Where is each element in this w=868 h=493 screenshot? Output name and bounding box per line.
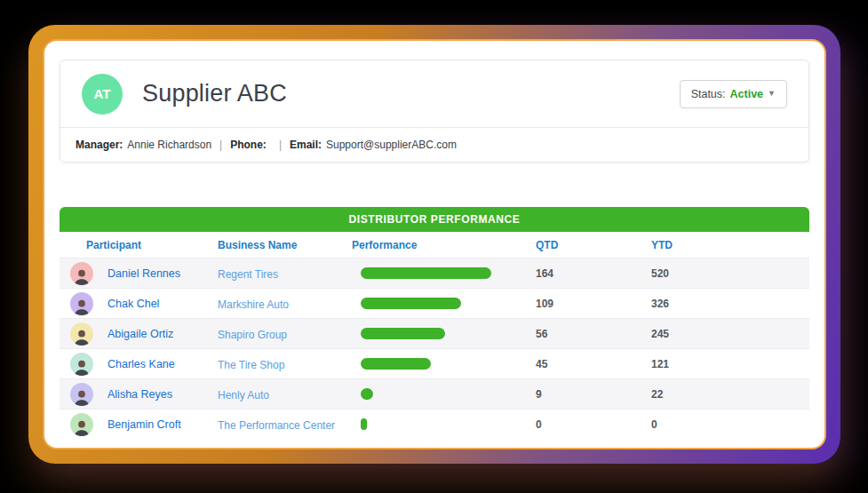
participant-link[interactable]: Abigaile Ortiz	[108, 328, 173, 340]
manager-value: Annie Richardson	[127, 139, 211, 151]
person-icon	[72, 417, 92, 436]
participant-link[interactable]: Alisha Reyes	[108, 388, 172, 401]
performance-bar	[361, 267, 491, 279]
table-row: Chak Chel Markshire Auto 109 326	[60, 288, 809, 318]
column-header-performance[interactable]: Performance	[352, 239, 536, 251]
table-title-bar: DISTRIBUTOR PERFORMANCE	[60, 207, 809, 232]
performance-bar	[361, 388, 373, 400]
supplier-avatar: AT	[82, 74, 123, 115]
status-value: Active	[730, 88, 764, 100]
participant-avatar	[70, 353, 93, 376]
table-header-row: Participant Business Name Performance QT…	[60, 232, 809, 258]
chevron-down-icon: ▼	[768, 90, 776, 98]
qtd-value: 109	[536, 298, 651, 310]
person-icon	[72, 296, 92, 315]
distributor-performance-table: DISTRIBUTOR PERFORMANCE Participant Busi…	[60, 207, 809, 439]
business-name-link[interactable]: Shapiro Group	[218, 329, 287, 341]
ytd-value: 326	[651, 298, 809, 310]
participant-link[interactable]: Daniel Rennes	[108, 267, 180, 280]
email-label: Email:	[290, 139, 322, 151]
participant-link[interactable]: Charles Kane	[108, 358, 175, 370]
supplier-card: AT Supplier ABC Status: Active ▼ Manager…	[60, 60, 809, 163]
participant-avatar	[70, 322, 93, 346]
person-icon	[72, 326, 92, 346]
table-row: Abigaile Ortiz Shapiro Group 56 245	[60, 318, 809, 348]
status-label: Status:	[691, 88, 726, 100]
supplier-card-header: AT Supplier ABC Status: Active ▼	[60, 60, 808, 127]
column-header-qtd[interactable]: QTD	[536, 239, 651, 251]
performance-bar	[361, 298, 461, 309]
performance-bar	[361, 418, 367, 430]
column-header-business-name[interactable]: Business Name	[218, 239, 352, 251]
ytd-value: 0	[651, 418, 809, 431]
person-icon	[72, 356, 92, 376]
business-name-link[interactable]: Henly Auto	[218, 389, 269, 402]
ytd-value: 22	[651, 388, 809, 401]
business-name-link[interactable]: The Tire Shop	[218, 359, 284, 371]
gradient-frame: AT Supplier ABC Status: Active ▼ Manager…	[28, 25, 840, 464]
ytd-value: 121	[651, 358, 809, 370]
performance-bar	[361, 328, 445, 339]
qtd-value: 164	[536, 267, 651, 280]
ytd-value: 245	[651, 328, 809, 340]
table-row: Charles Kane The Tire Shop 45 121	[60, 348, 809, 378]
table-row: Benjamin Croft The Performance Center 0 …	[60, 409, 809, 439]
participant-link[interactable]: Chak Chel	[108, 298, 159, 310]
participant-avatar	[70, 262, 93, 285]
column-header-ytd[interactable]: YTD	[651, 239, 809, 251]
table-row: Daniel Rennes Regent Tires 164 520	[60, 258, 809, 288]
status-dropdown[interactable]: Status: Active ▼	[680, 80, 787, 108]
meta-separator: |	[279, 139, 282, 151]
phone-label: Phone:	[230, 139, 267, 151]
business-name-link[interactable]: The Performance Center	[218, 419, 335, 432]
business-name-link[interactable]: Regent Tires	[218, 268, 278, 281]
meta-separator: |	[219, 139, 222, 151]
qtd-value: 45	[536, 358, 651, 370]
email-value: Support@supplierABC.com	[326, 139, 457, 151]
participant-link[interactable]: Benjamin Croft	[108, 418, 181, 431]
qtd-value: 56	[536, 328, 651, 340]
table-rows: Daniel Rennes Regent Tires 164 520 Chak …	[60, 258, 809, 439]
person-icon	[72, 266, 92, 285]
page-title: Supplier ABC	[142, 80, 287, 107]
table-row: Alisha Reyes Henly Auto 9 22	[60, 378, 809, 409]
participant-avatar	[70, 292, 93, 315]
manager-label: Manager:	[76, 139, 123, 151]
business-name-link[interactable]: Markshire Auto	[218, 298, 289, 311]
participant-avatar	[70, 383, 93, 406]
page-background: AT Supplier ABC Status: Active ▼ Manager…	[0, 0, 868, 493]
content-panel: AT Supplier ABC Status: Active ▼ Manager…	[43, 39, 826, 449]
participant-avatar	[70, 413, 93, 436]
person-icon	[72, 386, 92, 406]
qtd-value: 9	[536, 388, 651, 401]
qtd-value: 0	[536, 418, 651, 431]
ytd-value: 520	[651, 267, 809, 280]
performance-bar	[361, 358, 431, 370]
column-header-participant[interactable]: Participant	[60, 239, 218, 251]
supplier-meta-row: Manager: Annie Richardson | Phone: | Ema…	[60, 128, 808, 162]
